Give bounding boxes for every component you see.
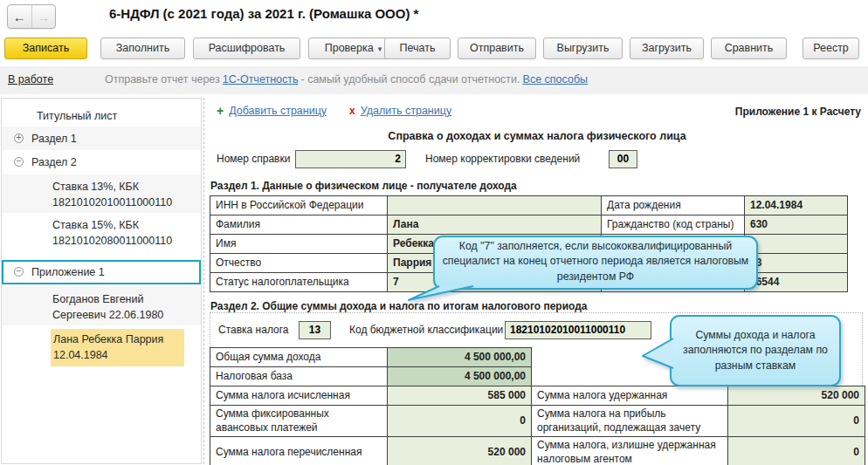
forward-button[interactable]: →: [32, 5, 56, 28]
plus-icon: +: [217, 104, 224, 118]
tax-transferred-field[interactable]: 520 000: [388, 437, 532, 465]
cell-label: Имя: [210, 235, 388, 254]
kbk-field[interactable]: 18210102010011000110: [505, 321, 651, 339]
app-window: ← → 6-НДФЛ (с 2021 года) за 2021 г. (Ром…: [0, 0, 868, 465]
cell-label: Сумма налога, излишне удержанная налогов…: [532, 437, 728, 465]
collapse-icon[interactable]: −: [14, 267, 24, 277]
cell-label: Сумма налога перечисленная: [210, 437, 388, 465]
print-button[interactable]: Печать: [384, 38, 451, 59]
sidebar-item-label: Лана Ребекка Паррия 12.04.1984: [51, 329, 184, 366]
save-button[interactable]: Записать: [4, 38, 87, 59]
report-sections-tree: Титульный лист +Раздел 1 −Раздел 2 Ставк…: [1, 98, 202, 464]
sidebar-item-rate13[interactable]: Ставка 13%, КБК 18210102010011000110: [2, 174, 201, 213]
income-totals-table: Общая сумма дохода 4 500 000,00 Налогова…: [210, 347, 532, 386]
form-area: +Добавить страницу xУдалить страницу При…: [208, 98, 868, 465]
panel-splitter[interactable]: [203, 98, 204, 464]
cell-label: Налоговая база: [210, 367, 388, 386]
advance-payments-field[interactable]: 0: [388, 406, 532, 437]
number-field[interactable]: 2: [295, 150, 406, 168]
sidebar-item-label: Раздел 1: [31, 131, 82, 147]
back-icon: ←: [13, 10, 26, 24]
check-button-label: Проверка: [325, 42, 374, 54]
add-page-link[interactable]: +Добавить страницу: [217, 104, 327, 118]
back-button[interactable]: ←: [8, 5, 32, 28]
cell-label: Сумма фиксированных авансовых платежей: [210, 406, 388, 437]
tooltip-text-rates: Суммы дохода и налога заполняются по раз…: [674, 319, 837, 382]
export-button[interactable]: Выгрузить: [543, 38, 623, 59]
number-label: Номер справки: [217, 153, 290, 165]
sidebar-item-label: Раздел 2: [31, 154, 82, 170]
cell-label: ИНН в Российской Федерации: [210, 196, 388, 215]
sidebar-item-title-page[interactable]: Титульный лист: [2, 104, 201, 127]
sidebar-item-person-bogdanov[interactable]: Богданов Евгений Сергеевич 22.06.1980: [2, 287, 201, 325]
status-middle: - самый удобный способ сдачи отчетности.: [301, 73, 520, 85]
correction-label: Номер корректировки сведений: [425, 153, 580, 165]
sidebar-item-label: Богданов Евгений Сергеевич 22.06.1980: [52, 291, 201, 323]
status-bar: В работе Отправьте отчет через1С-Отчетно…: [0, 66, 868, 94]
add-page-label: Добавить страницу: [229, 105, 327, 117]
delete-icon: x: [349, 105, 355, 117]
sidebar-item-label: Ставка 15%, КБК 18210102080011000110: [52, 217, 201, 249]
delete-page-label: Удалить страницу: [361, 105, 451, 117]
forward-icon: →: [37, 10, 50, 24]
all-methods-link[interactable]: Все способы: [523, 73, 588, 85]
send-button[interactable]: Отправить: [458, 38, 536, 59]
sidebar-item-person-lana[interactable]: Лана Ребекка Паррия 12.04.1984: [2, 327, 201, 366]
tax-over-withheld-field[interactable]: 0: [728, 437, 865, 465]
sidebar-item-label: Приложение 1: [31, 264, 110, 280]
nav-buttons: ← →: [7, 4, 56, 29]
cell-label: Фамилия: [210, 215, 388, 235]
tax-rate-label: Ставка налога: [218, 324, 289, 336]
cell-label: Сумма налога исчисленная: [210, 386, 388, 406]
kbk-label: Код бюджетной классификации: [349, 324, 503, 336]
birthdate-field[interactable]: 12.04.1984: [745, 196, 848, 215]
form-title: Справка о доходах и суммах налога физиче…: [210, 130, 865, 142]
collapse-icon[interactable]: −: [14, 157, 24, 167]
inn-field[interactable]: [388, 196, 602, 215]
sidebar-item-appendix1-selected[interactable]: −Приложение 1: [2, 260, 201, 284]
profit-tax-offset-field[interactable]: 0: [728, 406, 865, 437]
cell-label: Дата рождения: [602, 196, 745, 215]
sidebar-item-section1[interactable]: +Раздел 1: [2, 127, 201, 150]
sidebar-item-label: Титульный лист: [37, 108, 122, 124]
sidebar-item-rate15[interactable]: Ставка 15%, КБК 18210102080011000110: [2, 213, 201, 253]
registry-button[interactable]: Реестр: [803, 38, 859, 59]
total-income-field[interactable]: 4 500 000,00: [388, 348, 532, 367]
cell-label: Сумма налога на прибыль организаций, под…: [532, 406, 728, 437]
sidebar-item-label: Ставка 13%, КБК 18210102010011000110: [52, 179, 201, 210]
tax-rate-field[interactable]: 13: [299, 321, 331, 339]
import-button[interactable]: Загрузить: [630, 38, 704, 59]
tax-sums-table: Сумма налога исчисленная 585 000 Сумма н…: [210, 386, 865, 465]
appendix-corner-label: Приложение 1 к Расчету: [735, 106, 861, 118]
sidebar-item-section2[interactable]: −Раздел 2: [2, 150, 201, 174]
page-actions: +Добавить страницу xУдалить страницу: [217, 104, 451, 118]
status-message: Отправьте отчет через1С-Отчетность- самы…: [105, 73, 590, 85]
status-prefix: Отправьте отчет через: [105, 73, 220, 85]
compare-button[interactable]: Сравнить: [711, 38, 787, 59]
chevron-down-icon: ▾: [378, 44, 382, 53]
fill-button[interactable]: Заполнить: [100, 38, 185, 59]
section1-heading: Раздел 1. Данные о физическом лице - пол…: [210, 180, 517, 192]
tooltip-text-status7: Код "7" заполняется, если высококвалифиц…: [436, 238, 755, 285]
status-state-link[interactable]: В работе: [8, 73, 53, 85]
page-title: 6-НДФЛ (с 2021 года) за 2021 г. (Ромашка…: [109, 6, 418, 21]
delete-page-link[interactable]: xУдалить страницу: [349, 105, 451, 117]
tax-base-field[interactable]: 4 500 000,00: [388, 367, 532, 386]
correction-field[interactable]: 00: [609, 150, 637, 168]
expand-icon[interactable]: +: [14, 133, 24, 143]
tax-calculated-field[interactable]: 585 000: [388, 386, 532, 406]
cell-label: Статус налогоплательщика: [210, 273, 388, 292]
decrypt-button[interactable]: Расшифровать: [193, 38, 300, 59]
reporting-service-link[interactable]: 1С-Отчетность: [223, 73, 299, 85]
cell-label: Общая сумма дохода: [210, 348, 388, 367]
cell-label: Отчество: [210, 254, 388, 273]
